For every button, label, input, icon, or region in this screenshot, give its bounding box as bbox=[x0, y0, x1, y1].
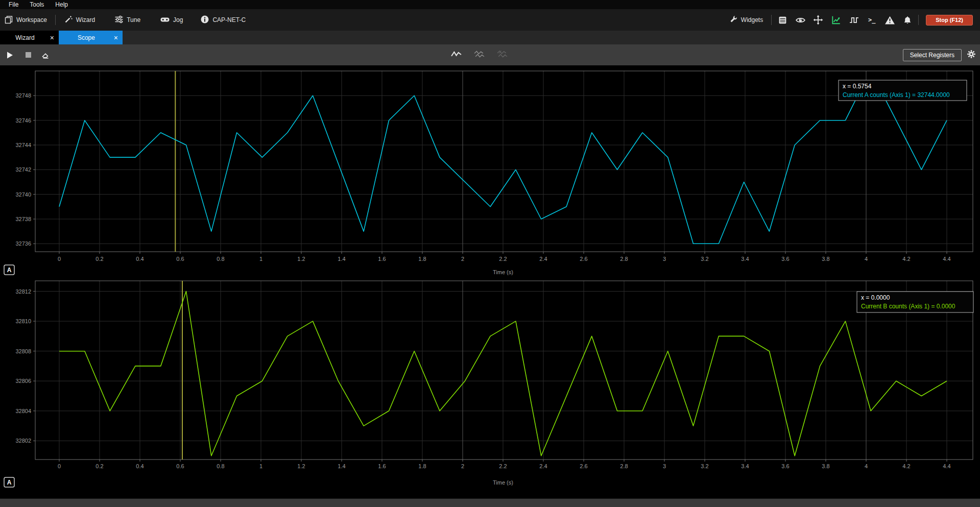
y-tick-label: 32802 bbox=[15, 438, 31, 444]
x-tick-label: 0.2 bbox=[95, 463, 103, 469]
x-tick-label: 0.6 bbox=[176, 256, 184, 262]
x-tick-label: 1.4 bbox=[338, 256, 345, 262]
registers-table-icon[interactable] bbox=[777, 14, 788, 26]
gamepad-icon bbox=[160, 15, 170, 26]
play-button[interactable] bbox=[3, 49, 16, 62]
jog-button[interactable]: Jog bbox=[157, 13, 186, 28]
x-tick-label: 1.2 bbox=[297, 256, 305, 262]
tab-scope-label: Scope bbox=[59, 34, 114, 41]
square-wave-icon[interactable] bbox=[848, 14, 859, 26]
plot-border bbox=[35, 71, 973, 252]
y-tick-label: 32748 bbox=[15, 92, 31, 99]
y-tick-label: 32736 bbox=[15, 240, 31, 247]
tune-button[interactable]: Tune bbox=[111, 13, 144, 28]
scope-app: File Tools Help Workspace Wizard Tune bbox=[0, 0, 980, 507]
tab-wizard[interactable]: Wizard × bbox=[0, 31, 59, 44]
x-tick-label: 2.2 bbox=[499, 463, 507, 469]
x-tick-label: 0 bbox=[58, 463, 61, 469]
y-tick-label: 32746 bbox=[15, 117, 31, 124]
wizard-button[interactable]: Wizard bbox=[61, 13, 98, 28]
autoscale-badge-label: A bbox=[7, 267, 12, 274]
x-tick-label: 3.4 bbox=[741, 256, 749, 262]
warnings-icon[interactable] bbox=[884, 14, 895, 26]
move-pan-icon[interactable] bbox=[812, 14, 824, 26]
current-b-chart[interactable]: 32812328103280832806328043280200.20.40.6… bbox=[0, 279, 980, 499]
x-tick-label: 1 bbox=[259, 463, 262, 469]
x-tick-label: 4.2 bbox=[902, 463, 910, 469]
x-axis-title: Time (s) bbox=[493, 479, 513, 486]
stop-button[interactable]: Stop (F12) bbox=[926, 15, 973, 26]
x-tick-label: 4.4 bbox=[943, 256, 950, 262]
tooltip-x-value: x = 0.0000 bbox=[861, 294, 890, 301]
x-tick-label: 4 bbox=[865, 256, 868, 262]
stop-capture-button[interactable] bbox=[21, 49, 35, 62]
x-axis-title: Time (s) bbox=[493, 269, 513, 275]
tab-scope[interactable]: Scope × bbox=[59, 31, 123, 44]
x-tick-label: 3.8 bbox=[822, 256, 829, 262]
x-tick-label: 2 bbox=[461, 463, 464, 469]
widgets-label: Widgets bbox=[741, 16, 763, 23]
stacked-plots-icon[interactable] bbox=[473, 50, 485, 60]
terminal-icon[interactable]: >_ bbox=[866, 14, 877, 26]
x-tick-label: 3.8 bbox=[822, 463, 829, 469]
x-tick-label: 1.6 bbox=[378, 256, 386, 262]
x-tick-label: 2.6 bbox=[580, 463, 587, 469]
y-tick-label: 32812 bbox=[15, 288, 31, 295]
x-tick-label: 0.6 bbox=[176, 463, 184, 469]
tooltip-series-value: Current B counts (Axis 1) = 0.0000 bbox=[861, 303, 955, 310]
plot-layout-toggles bbox=[450, 44, 508, 65]
workspace-button[interactable]: Workspace bbox=[1, 13, 50, 28]
x-tick-label: 4 bbox=[865, 463, 868, 469]
y-tick-label: 32740 bbox=[15, 191, 31, 198]
y-tick-label: 32742 bbox=[15, 166, 31, 173]
x-tick-label: 2 bbox=[461, 256, 464, 262]
single-plot-icon[interactable] bbox=[450, 50, 462, 60]
x-tick-label: 2.2 bbox=[499, 256, 507, 262]
x-tick-label: 1.8 bbox=[418, 256, 426, 262]
split-plots-icon[interactable] bbox=[496, 50, 508, 60]
x-tick-label: 3.2 bbox=[701, 463, 708, 469]
clear-eraser-button[interactable] bbox=[39, 49, 52, 62]
close-icon[interactable]: × bbox=[50, 34, 59, 41]
x-tick-label: 2.8 bbox=[620, 463, 628, 469]
jog-label: Jog bbox=[173, 16, 183, 23]
x-tick-label: 3 bbox=[663, 256, 666, 262]
x-tick-label: 0.4 bbox=[136, 463, 144, 469]
x-tick-label: 3.2 bbox=[701, 256, 708, 262]
widgets-button[interactable]: Widgets bbox=[726, 13, 766, 27]
watch-eye-icon[interactable] bbox=[795, 14, 806, 26]
notifications-bell-icon[interactable] bbox=[902, 14, 913, 26]
x-tick-label: 1.2 bbox=[297, 463, 305, 469]
x-tick-label: 1.8 bbox=[418, 463, 426, 469]
x-tick-label: 3.6 bbox=[781, 463, 789, 469]
x-tick-label: 3.4 bbox=[741, 463, 749, 469]
plot-border bbox=[35, 281, 973, 460]
x-tick-label: 3.6 bbox=[781, 256, 789, 262]
menu-help[interactable]: Help bbox=[50, 0, 74, 9]
x-tick-label: 0.2 bbox=[95, 256, 103, 262]
current-a-chart[interactable]: 3274832746327443274232740327383273600.20… bbox=[0, 65, 980, 279]
select-registers-button[interactable]: Select Registers bbox=[903, 49, 962, 61]
scope-chart-icon[interactable] bbox=[830, 14, 842, 26]
x-tick-label: 1.4 bbox=[338, 463, 345, 469]
tune-label: Tune bbox=[127, 16, 140, 23]
capnet-label: CAP-NET-C bbox=[212, 16, 246, 23]
menu-tools[interactable]: Tools bbox=[24, 0, 50, 9]
x-tick-label: 4.2 bbox=[902, 256, 910, 262]
menu-file[interactable]: File bbox=[3, 0, 24, 9]
x-tick-label: 0.8 bbox=[217, 256, 224, 262]
toolbar-separator bbox=[771, 15, 772, 25]
x-tick-label: 0 bbox=[58, 256, 61, 262]
scope-toolbar-right: Select Registers bbox=[903, 49, 980, 61]
toolbar-separator bbox=[918, 15, 919, 25]
y-tick-label: 32744 bbox=[15, 142, 31, 148]
wizard-label: Wizard bbox=[76, 16, 95, 23]
tooltip-x-value: x = 0.5754 bbox=[843, 83, 872, 90]
y-tick-label: 32806 bbox=[15, 378, 31, 384]
toolbar-separator bbox=[55, 15, 56, 25]
capnet-button[interactable]: CAP-NET-C bbox=[197, 13, 249, 28]
close-icon[interactable]: × bbox=[114, 34, 123, 41]
x-tick-label: 3 bbox=[663, 463, 666, 469]
scope-toolbar: Select Registers bbox=[0, 44, 980, 65]
settings-gear-icon[interactable] bbox=[967, 50, 976, 61]
